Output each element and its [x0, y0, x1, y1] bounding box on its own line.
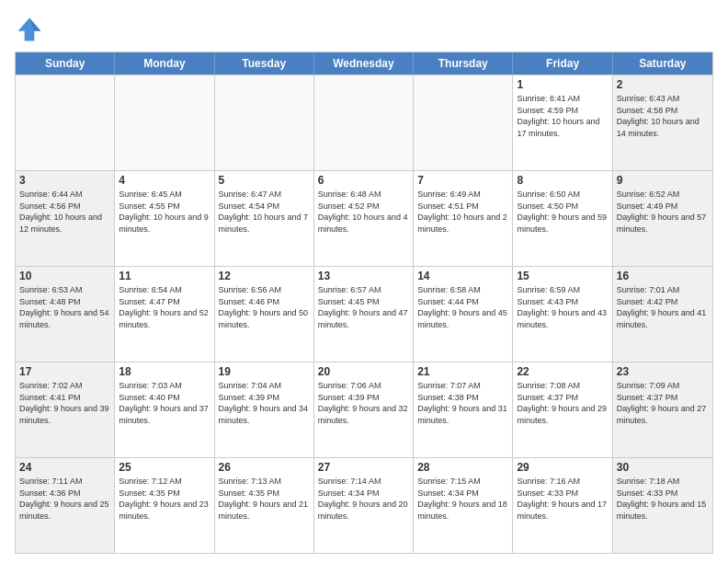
calendar-row: 24Sunrise: 7:11 AM Sunset: 4:36 PM Dayli…	[16, 457, 712, 553]
day-info: Sunrise: 6:50 AM Sunset: 4:50 PM Dayligh…	[517, 189, 608, 235]
day-number: 5	[219, 174, 310, 187]
day-info: Sunrise: 7:06 AM Sunset: 4:39 PM Dayligh…	[318, 380, 409, 426]
calendar-cell: 6Sunrise: 6:48 AM Sunset: 4:52 PM Daylig…	[314, 171, 414, 266]
calendar-cell: 7Sunrise: 6:49 AM Sunset: 4:51 PM Daylig…	[414, 171, 513, 266]
day-number: 19	[219, 365, 310, 378]
logo-icon	[15, 15, 44, 44]
day-info: Sunrise: 6:49 AM Sunset: 4:51 PM Dayligh…	[417, 189, 508, 235]
day-number: 23	[617, 365, 709, 378]
day-number: 7	[417, 174, 508, 187]
calendar-cell: 9Sunrise: 6:52 AM Sunset: 4:49 PM Daylig…	[613, 171, 712, 266]
calendar-cell: 30Sunrise: 7:18 AM Sunset: 4:33 PM Dayli…	[613, 458, 712, 553]
calendar-cell: 26Sunrise: 7:13 AM Sunset: 4:35 PM Dayli…	[215, 458, 314, 553]
calendar-cell: 13Sunrise: 6:57 AM Sunset: 4:45 PM Dayli…	[314, 267, 414, 362]
calendar-header: SundayMondayTuesdayWednesdayThursdayFrid…	[16, 52, 712, 75]
calendar-cell: 19Sunrise: 7:04 AM Sunset: 4:39 PM Dayli…	[215, 362, 314, 457]
day-info: Sunrise: 7:15 AM Sunset: 4:34 PM Dayligh…	[417, 476, 508, 522]
calendar-row: 1Sunrise: 6:41 AM Sunset: 4:59 PM Daylig…	[16, 75, 712, 170]
day-number: 25	[119, 461, 210, 474]
day-number: 4	[119, 174, 210, 187]
calendar-cell: 3Sunrise: 6:44 AM Sunset: 4:56 PM Daylig…	[16, 171, 115, 266]
day-number: 26	[219, 461, 310, 474]
day-info: Sunrise: 6:48 AM Sunset: 4:52 PM Dayligh…	[318, 189, 409, 235]
day-info: Sunrise: 6:57 AM Sunset: 4:45 PM Dayligh…	[318, 284, 409, 330]
day-number: 15	[517, 270, 608, 282]
calendar-cell: 15Sunrise: 6:59 AM Sunset: 4:43 PM Dayli…	[513, 267, 612, 362]
day-info: Sunrise: 6:59 AM Sunset: 4:43 PM Dayligh…	[517, 284, 608, 330]
day-number: 22	[517, 365, 608, 378]
calendar-cell: 27Sunrise: 7:14 AM Sunset: 4:34 PM Dayli…	[314, 458, 414, 553]
calendar-row: 3Sunrise: 6:44 AM Sunset: 4:56 PM Daylig…	[16, 170, 712, 266]
calendar-cell: 8Sunrise: 6:50 AM Sunset: 4:50 PM Daylig…	[513, 171, 612, 266]
weekday-header: Tuesday	[215, 52, 314, 75]
day-info: Sunrise: 7:09 AM Sunset: 4:37 PM Dayligh…	[617, 380, 709, 426]
day-info: Sunrise: 7:16 AM Sunset: 4:33 PM Dayligh…	[517, 476, 608, 522]
header	[15, 15, 713, 44]
calendar-cell: 17Sunrise: 7:02 AM Sunset: 4:41 PM Dayli…	[16, 362, 115, 457]
day-number: 10	[19, 270, 110, 282]
calendar-cell	[414, 75, 513, 170]
calendar-body: 1Sunrise: 6:41 AM Sunset: 4:59 PM Daylig…	[16, 75, 712, 553]
day-number: 14	[417, 270, 508, 282]
calendar-cell: 20Sunrise: 7:06 AM Sunset: 4:39 PM Dayli…	[314, 362, 414, 457]
day-info: Sunrise: 6:54 AM Sunset: 4:47 PM Dayligh…	[119, 284, 210, 330]
day-number: 16	[617, 270, 709, 282]
weekday-header: Monday	[115, 52, 214, 75]
calendar-cell: 22Sunrise: 7:08 AM Sunset: 4:37 PM Dayli…	[513, 362, 612, 457]
calendar-cell: 1Sunrise: 6:41 AM Sunset: 4:59 PM Daylig…	[513, 75, 612, 170]
calendar-cell: 23Sunrise: 7:09 AM Sunset: 4:37 PM Dayli…	[613, 362, 712, 457]
day-info: Sunrise: 6:56 AM Sunset: 4:46 PM Dayligh…	[219, 284, 310, 330]
day-info: Sunrise: 7:02 AM Sunset: 4:41 PM Dayligh…	[19, 380, 110, 426]
day-number: 17	[19, 365, 110, 378]
logo	[15, 15, 48, 44]
day-number: 30	[617, 461, 709, 474]
day-info: Sunrise: 6:52 AM Sunset: 4:49 PM Dayligh…	[617, 189, 709, 235]
day-info: Sunrise: 6:44 AM Sunset: 4:56 PM Dayligh…	[19, 189, 110, 235]
day-info: Sunrise: 7:18 AM Sunset: 4:33 PM Dayligh…	[617, 476, 709, 522]
day-number: 8	[517, 174, 608, 187]
calendar-cell: 11Sunrise: 6:54 AM Sunset: 4:47 PM Dayli…	[115, 267, 214, 362]
day-info: Sunrise: 6:53 AM Sunset: 4:48 PM Dayligh…	[19, 284, 110, 330]
calendar-cell: 12Sunrise: 6:56 AM Sunset: 4:46 PM Dayli…	[215, 267, 314, 362]
day-number: 24	[19, 461, 110, 474]
day-info: Sunrise: 7:03 AM Sunset: 4:40 PM Dayligh…	[119, 380, 210, 426]
day-info: Sunrise: 7:11 AM Sunset: 4:36 PM Dayligh…	[19, 476, 110, 522]
day-info: Sunrise: 6:43 AM Sunset: 4:58 PM Dayligh…	[617, 93, 709, 139]
calendar-cell	[115, 75, 214, 170]
calendar-cell: 24Sunrise: 7:11 AM Sunset: 4:36 PM Dayli…	[16, 458, 115, 553]
calendar-cell: 28Sunrise: 7:15 AM Sunset: 4:34 PM Dayli…	[414, 458, 513, 553]
day-number: 2	[617, 78, 709, 91]
day-number: 12	[219, 270, 310, 282]
calendar-cell	[215, 75, 314, 170]
day-info: Sunrise: 6:41 AM Sunset: 4:59 PM Dayligh…	[517, 93, 608, 139]
calendar-cell: 16Sunrise: 7:01 AM Sunset: 4:42 PM Dayli…	[613, 267, 712, 362]
calendar: SundayMondayTuesdayWednesdayThursdayFrid…	[15, 52, 713, 554]
day-number: 20	[318, 365, 409, 378]
calendar-cell: 29Sunrise: 7:16 AM Sunset: 4:33 PM Dayli…	[513, 458, 612, 553]
day-number: 11	[119, 270, 210, 282]
calendar-cell: 5Sunrise: 6:47 AM Sunset: 4:54 PM Daylig…	[215, 171, 314, 266]
day-number: 6	[318, 174, 409, 187]
calendar-row: 10Sunrise: 6:53 AM Sunset: 4:48 PM Dayli…	[16, 266, 712, 362]
calendar-cell: 14Sunrise: 6:58 AM Sunset: 4:44 PM Dayli…	[414, 267, 513, 362]
calendar-cell: 18Sunrise: 7:03 AM Sunset: 4:40 PM Dayli…	[115, 362, 214, 457]
calendar-cell: 25Sunrise: 7:12 AM Sunset: 4:35 PM Dayli…	[115, 458, 214, 553]
calendar-row: 17Sunrise: 7:02 AM Sunset: 4:41 PM Dayli…	[16, 362, 712, 457]
day-number: 1	[517, 78, 608, 91]
calendar-cell: 10Sunrise: 6:53 AM Sunset: 4:48 PM Dayli…	[16, 267, 115, 362]
day-info: Sunrise: 7:13 AM Sunset: 4:35 PM Dayligh…	[219, 476, 310, 522]
day-info: Sunrise: 6:47 AM Sunset: 4:54 PM Dayligh…	[219, 189, 310, 235]
day-info: Sunrise: 7:12 AM Sunset: 4:35 PM Dayligh…	[119, 476, 210, 522]
day-info: Sunrise: 6:58 AM Sunset: 4:44 PM Dayligh…	[417, 284, 508, 330]
day-info: Sunrise: 7:14 AM Sunset: 4:34 PM Dayligh…	[318, 476, 409, 522]
weekday-header: Wednesday	[314, 52, 414, 75]
day-number: 28	[417, 461, 508, 474]
day-info: Sunrise: 7:08 AM Sunset: 4:37 PM Dayligh…	[517, 380, 608, 426]
day-number: 3	[19, 174, 110, 187]
day-info: Sunrise: 6:45 AM Sunset: 4:55 PM Dayligh…	[119, 189, 210, 235]
day-info: Sunrise: 7:04 AM Sunset: 4:39 PM Dayligh…	[219, 380, 310, 426]
calendar-cell: 21Sunrise: 7:07 AM Sunset: 4:38 PM Dayli…	[414, 362, 513, 457]
day-number: 18	[119, 365, 210, 378]
weekday-header: Sunday	[16, 52, 115, 75]
calendar-cell: 2Sunrise: 6:43 AM Sunset: 4:58 PM Daylig…	[613, 75, 712, 170]
